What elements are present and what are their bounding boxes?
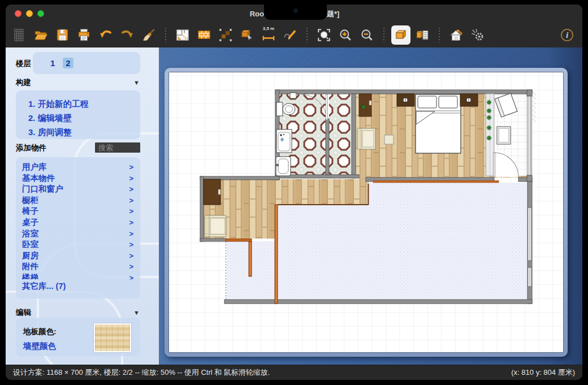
undo-button[interactable] — [96, 25, 115, 45]
step-new-project-link[interactable]: 1. 开始新的工程 — [28, 97, 140, 111]
category-bedroom[interactable]: 卧室> — [16, 239, 140, 250]
edit-points-button[interactable] — [216, 25, 235, 45]
edit-collapse-triangle[interactable]: ▼ — [133, 309, 140, 316]
category-kitchen[interactable]: 厨房> — [16, 250, 140, 262]
render-settings-button[interactable] — [468, 25, 487, 45]
floorplan-mode-button[interactable] — [173, 25, 192, 45]
step-edit-walls-link[interactable]: 2. 编辑墙壁 — [28, 111, 140, 125]
chevron-right-icon: > — [129, 173, 133, 184]
bathtub[interactable] — [276, 129, 292, 153]
walk-3d-button[interactable]: 3D — [447, 25, 466, 45]
drawing-canvas[interactable] — [159, 47, 582, 365]
edit-section-header: 编辑 — [16, 308, 31, 318]
category-stairs[interactable]: 楼梯> — [16, 272, 140, 279]
zoom-in-icon — [338, 28, 353, 42]
object-list-icon — [415, 28, 430, 42]
toolbar-separator — [439, 28, 440, 42]
window-title-left: Roo — [6, 5, 264, 23]
print-icon — [77, 28, 92, 42]
svg-text:i: i — [566, 30, 569, 40]
camera-dot — [293, 8, 298, 13]
house-3d-icon: 3D — [449, 28, 464, 42]
object-list-button[interactable] — [413, 25, 432, 45]
status-bar: 设计方案: 1168 × 700 厘米, 楼层: 2/2 -- 缩放: 50% … — [6, 365, 582, 380]
paint-button[interactable] — [139, 25, 158, 45]
category-user-library[interactable]: 用户库> — [16, 162, 140, 173]
category-accessories[interactable]: 附件> — [16, 261, 140, 272]
category-bathroom[interactable]: 浴室> — [16, 228, 140, 240]
box-3d-icon — [394, 28, 408, 42]
zoom-in-button[interactable] — [336, 25, 355, 45]
floor-option-2[interactable]: 2 — [63, 58, 73, 68]
move-object-button[interactable] — [237, 25, 257, 45]
build-collapse-triangle[interactable]: ▼ — [133, 79, 140, 86]
side-table[interactable] — [384, 135, 394, 144]
view-3d-button[interactable] — [391, 25, 410, 45]
category-list: 用户库> 基本物件> 门口和窗户> 橱柜> 椅子> 桌子> 浴室> 卧室> 厨房… — [16, 162, 140, 279]
category-cabinets[interactable]: 橱柜> — [16, 195, 140, 206]
info-icon: i — [560, 28, 574, 42]
zoom-out-button[interactable] — [357, 25, 377, 45]
app-window: Roo 题*] — [6, 5, 582, 380]
build-steps-panel: 1. 开始新的工程 2. 编辑墙壁 3. 房间调整 — [16, 90, 140, 139]
light-gear-icon — [470, 28, 485, 42]
more-libraries-link[interactable]: 其它库... (7) — [16, 279, 140, 292]
plan-page-frame — [165, 68, 568, 357]
balcony-stool[interactable] — [497, 127, 511, 144]
armchair-bedroom[interactable] — [357, 128, 375, 149]
window-bottom-right[interactable] — [528, 207, 532, 287]
bed[interactable] — [416, 94, 461, 153]
window-right[interactable] — [528, 92, 537, 175]
brick-wall-icon — [197, 28, 211, 42]
bathroom-vent[interactable] — [290, 93, 296, 98]
open-button[interactable] — [32, 25, 51, 45]
category-tables[interactable]: 桌子> — [16, 217, 140, 228]
sidebar: 楼层 1 2 构建 ▼ 1. 开始新的工程 2. 编辑墙壁 3. 房间调整 添加… — [6, 47, 159, 365]
status-coordinates: (x: 810 y: 804 厘米) — [511, 367, 575, 378]
print-button[interactable] — [75, 25, 94, 45]
measure-button[interactable]: 3,5 m — [259, 25, 278, 45]
new-project-button[interactable] — [10, 25, 29, 45]
move-box-icon — [240, 28, 254, 42]
save-floppy-icon — [55, 28, 70, 42]
floor-option-1[interactable]: 1 — [47, 58, 58, 68]
floor-color-swatch[interactable] — [94, 323, 131, 352]
zoom-fit-button[interactable] — [314, 25, 334, 45]
step-adjust-rooms-link[interactable]: 3. 房间调整 — [28, 125, 140, 139]
cabinet-hall[interactable] — [204, 179, 220, 205]
redo-button[interactable] — [118, 25, 137, 45]
nightstand-left[interactable] — [397, 94, 414, 106]
edit-panel: 地板颜色: 墙壁颜色 — [16, 318, 140, 356]
sink[interactable] — [276, 157, 291, 176]
toolbar-separator — [383, 28, 384, 42]
chevron-right-icon: > — [129, 217, 133, 228]
plan-page[interactable] — [168, 72, 564, 353]
draw-button[interactable] — [280, 25, 300, 45]
chevron-right-icon: > — [129, 206, 133, 217]
edit-walls-button[interactable] — [194, 25, 214, 45]
redo-icon — [120, 28, 135, 42]
armchair-hall[interactable] — [205, 215, 226, 237]
chevron-right-icon: > — [129, 184, 133, 195]
nightstand-right[interactable] — [460, 94, 478, 106]
plant-shelf[interactable] — [486, 94, 494, 176]
info-button[interactable]: i — [557, 25, 577, 45]
wall-color-link[interactable]: 墙壁颜色 — [23, 341, 56, 352]
save-button[interactable] — [53, 25, 72, 45]
category-basic-objects[interactable]: 基本物件> — [16, 173, 140, 184]
search-input[interactable] — [95, 142, 140, 153]
zoom-out-icon — [360, 28, 374, 42]
measure-label: 3,5 m — [259, 26, 278, 31]
chevron-right-icon: > — [129, 250, 133, 262]
toolbar-separator — [306, 28, 308, 42]
paintbrush-icon — [141, 28, 156, 42]
category-chairs[interactable]: 椅子> — [16, 206, 140, 217]
category-doors-windows[interactable]: 门口和窗户> — [16, 184, 140, 195]
chevron-right-icon: > — [129, 261, 133, 272]
object-categories-panel: 用户库> 基本物件> 门口和窗户> 橱柜> 椅子> 桌子> 浴室> 卧室> 厨房… — [16, 157, 140, 299]
toilet[interactable] — [276, 102, 295, 116]
highlighted-wall[interactable] — [373, 181, 499, 183]
chevron-right-icon: > — [129, 195, 133, 206]
select-points-icon — [218, 28, 233, 42]
floor-color-label: 地板颜色: — [23, 327, 57, 337]
